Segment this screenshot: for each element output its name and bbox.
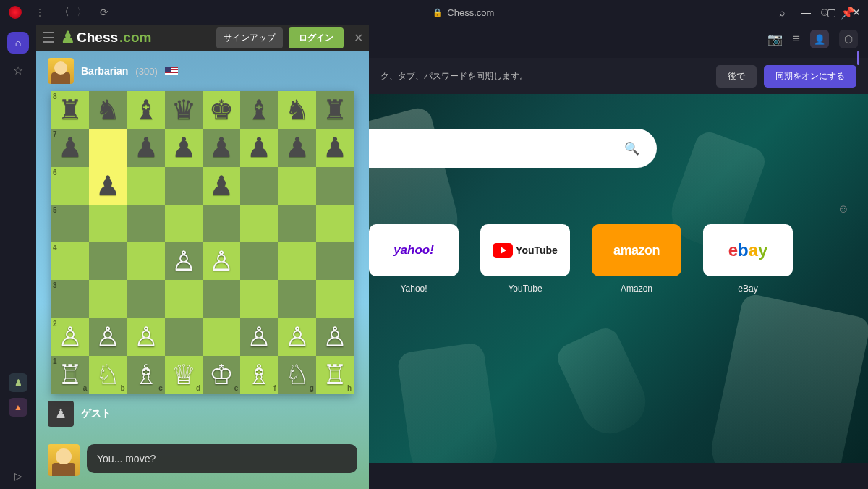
square-f1[interactable]: ♗f (240, 356, 278, 394)
opera-logo-icon[interactable] (9, 6, 22, 19)
square-c6[interactable] (127, 167, 165, 205)
white-rook-icon[interactable]: ♖ (56, 360, 85, 389)
square-e3[interactable] (203, 280, 240, 318)
search-icon[interactable]: ⌕ (779, 7, 785, 18)
black-bishop-icon[interactable]: ♝ (132, 95, 161, 124)
customize-icon[interactable]: ☺ (838, 203, 849, 216)
square-a7[interactable]: ♟7 (51, 129, 89, 166)
square-b6[interactable]: ♟ (89, 167, 127, 205)
later-button[interactable]: 後で (716, 65, 757, 88)
square-b8[interactable]: ♞ (89, 91, 127, 129)
white-pawn-icon[interactable]: ♙ (169, 247, 198, 276)
square-g6[interactable] (278, 167, 316, 205)
black-bishop-icon[interactable]: ♝ (244, 95, 273, 124)
square-c5[interactable] (127, 205, 165, 242)
home-icon[interactable]: ⌂ (7, 32, 29, 54)
square-h6[interactable] (316, 167, 354, 205)
square-d7[interactable]: ♟ (165, 129, 203, 166)
square-h8[interactable]: ♜ (316, 91, 354, 129)
square-d4[interactable]: ♙ (165, 242, 203, 280)
sidebar-app-icon[interactable]: ▲ (9, 398, 27, 417)
square-g3[interactable] (278, 280, 316, 318)
black-queen-icon[interactable]: ♛ (169, 95, 198, 124)
square-f6[interactable] (240, 167, 278, 205)
hamburger-icon[interactable]: ☰ (42, 29, 55, 46)
square-d1[interactable]: ♕d (165, 356, 203, 394)
white-pawn-icon[interactable]: ♙ (93, 323, 122, 352)
square-g2[interactable]: ♙ (278, 318, 316, 356)
white-pawn-icon[interactable]: ♙ (132, 323, 161, 352)
square-e6[interactable]: ♟ (203, 167, 240, 205)
square-f2[interactable]: ♙ (240, 318, 278, 356)
square-c8[interactable]: ♝ (127, 91, 165, 129)
square-h7[interactable]: ♟ (316, 129, 354, 166)
address-bar[interactable]: 🔒 Chess.com (111, 7, 816, 18)
square-c1[interactable]: ♗c (127, 356, 165, 394)
snapshot-icon[interactable]: 📷 (767, 32, 783, 47)
forward-icon[interactable]: 〉 (77, 6, 87, 19)
square-b1[interactable]: ♘b (89, 356, 127, 394)
square-e5[interactable] (203, 205, 240, 242)
white-knight-icon[interactable]: ♘ (93, 360, 122, 389)
square-a4[interactable]: 4 (51, 242, 89, 280)
square-b4[interactable] (89, 242, 127, 280)
square-g1[interactable]: ♘g (278, 356, 316, 394)
maximize-icon[interactable]: ▢ (827, 7, 836, 18)
square-f3[interactable] (240, 280, 278, 318)
black-knight-icon[interactable]: ♞ (283, 95, 312, 124)
black-pawn-icon[interactable]: ♟ (207, 133, 236, 162)
search-input[interactable]: 🔍 (369, 129, 657, 168)
white-knight-icon[interactable]: ♘ (283, 360, 312, 389)
square-a8[interactable]: ♜8 (51, 91, 89, 129)
easy-setup-icon[interactable]: ≡ (793, 32, 800, 46)
white-bishop-icon[interactable]: ♗ (132, 360, 161, 389)
tile-ebay[interactable]: ebay eBay (703, 224, 793, 294)
white-king-icon[interactable]: ♔ (207, 360, 236, 389)
profile-icon[interactable]: 👤 (810, 30, 829, 48)
white-queen-icon[interactable]: ♕ (169, 360, 198, 389)
square-f5[interactable] (240, 205, 278, 242)
white-pawn-icon[interactable]: ♙ (283, 323, 312, 352)
square-d6[interactable] (165, 167, 203, 205)
tile-amazon[interactable]: amazon Amazon (592, 224, 681, 294)
square-f8[interactable]: ♝ (240, 91, 278, 129)
white-bishop-icon[interactable]: ♗ (244, 360, 273, 389)
guest-avatar[interactable]: ♟ (48, 401, 74, 427)
square-c7[interactable]: ♟ (127, 129, 165, 166)
black-pawn-icon[interactable]: ♟ (244, 133, 273, 162)
enable-sync-button[interactable]: 同期をオンにする (764, 65, 856, 88)
square-e8[interactable]: ♚ (203, 91, 240, 129)
square-b7[interactable] (89, 129, 127, 166)
black-pawn-icon[interactable]: ♟ (320, 133, 349, 162)
chess-board[interactable]: ♜8♞♝♛♚♝♞♜♟7♟♟♟♟♟♟6♟♟54♙♙3♙2♙♙♙♙♙♖1a♘b♗c♕… (51, 91, 354, 394)
black-pawn-icon[interactable]: ♟ (169, 133, 198, 162)
square-c2[interactable]: ♙ (127, 318, 165, 356)
bookmarks-icon[interactable]: ☆ (13, 64, 23, 77)
square-b3[interactable] (89, 280, 127, 318)
square-b5[interactable] (89, 205, 127, 242)
square-e4[interactable]: ♙ (203, 242, 240, 280)
player-icon[interactable]: ▷ (14, 470, 22, 482)
white-pawn-icon[interactable]: ♙ (56, 323, 85, 352)
close-icon[interactable]: ✕ (852, 7, 861, 18)
black-rook-icon[interactable]: ♜ (56, 95, 85, 124)
square-a2[interactable]: ♙2 (51, 318, 89, 356)
minimize-icon[interactable]: — (801, 7, 811, 18)
black-king-icon[interactable]: ♚ (207, 95, 236, 124)
square-a3[interactable]: 3 (51, 280, 89, 318)
square-h5[interactable] (316, 205, 354, 242)
square-e2[interactable] (203, 318, 240, 356)
square-d5[interactable] (165, 205, 203, 242)
extensions-icon[interactable]: ⬡ (839, 30, 858, 48)
panel-close-icon[interactable]: ✕ (354, 31, 363, 45)
square-g7[interactable]: ♟ (278, 129, 316, 166)
white-pawn-icon[interactable]: ♙ (320, 323, 349, 352)
chess-logo[interactable]: ♟ Chess.com (61, 28, 151, 47)
square-h2[interactable]: ♙ (316, 318, 354, 356)
white-pawn-icon[interactable]: ♙ (244, 323, 273, 352)
square-g4[interactable] (278, 242, 316, 280)
black-pawn-icon[interactable]: ♟ (93, 171, 122, 200)
square-d8[interactable]: ♛ (165, 91, 203, 129)
square-h4[interactable] (316, 242, 354, 280)
back-icon[interactable]: 〈 (59, 6, 69, 19)
